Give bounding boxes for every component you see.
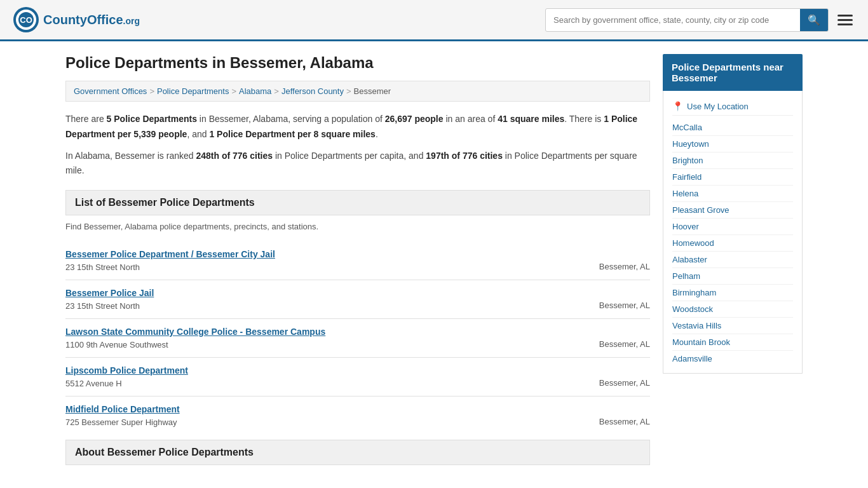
sidebar-city-7[interactable]: Homewood — [672, 235, 793, 252]
sidebar-content: 📍 Use My Location McCallaHueytownBrighto… — [663, 91, 803, 374]
dept-location-3: Bessemer, AL — [587, 365, 650, 388]
sidebar-city-8[interactable]: Alabaster — [672, 252, 793, 268]
sidebar-city-2[interactable]: Brighton — [672, 152, 793, 169]
sidebar-city-3[interactable]: Fairfield — [672, 169, 793, 186]
dept-address-2: 1100 9th Avenue Southwest — [65, 340, 168, 349]
dept-info-0: Bessemer Police Department / Bessemer Ci… — [65, 249, 275, 272]
main-container: Police Departments in Bessemer, Alabama … — [53, 41, 815, 484]
sidebar-city-12[interactable]: Vestavia Hills — [672, 318, 793, 334]
menu-button[interactable] — [835, 12, 855, 28]
search-button[interactable]: 🔍 — [800, 9, 828, 31]
list-section-desc: Find Bessemer, Alabama police department… — [65, 222, 650, 231]
dept-name-link-1[interactable]: Bessemer Police Jail — [65, 288, 154, 298]
dept-address-4: 725 Bessemer Super Highway — [65, 417, 177, 427]
breadcrumb-link-3[interactable]: Alabama — [239, 86, 271, 96]
site-logo-icon: CO — [13, 6, 39, 33]
dept-name-link-2[interactable]: Lawson State Community College Police - … — [65, 327, 325, 337]
search-input[interactable] — [546, 10, 800, 30]
dept-info-3: Lipscomb Police Department 5512 Avenue H — [65, 365, 188, 388]
table-row: Midfield Police Department 725 Bessemer … — [65, 396, 650, 435]
sidebar-header: Police Departments near Bessemer — [663, 54, 803, 91]
svg-text:CO: CO — [20, 15, 32, 25]
info-paragraph-1: There are 5 Police Departments in Bessem… — [65, 112, 650, 142]
menu-line-3 — [837, 24, 853, 25]
location-pin-icon: 📍 — [672, 101, 683, 111]
dept-location-1: Bessemer, AL — [587, 288, 650, 310]
dept-name-link-0[interactable]: Bessemer Police Department / Bessemer Ci… — [65, 249, 275, 259]
menu-line-2 — [837, 19, 853, 21]
breadcrumb-link-1[interactable]: Government Offices — [74, 86, 147, 96]
logo-text: CountyOffice.org — [43, 13, 140, 27]
sidebar-city-6[interactable]: Hoover — [672, 219, 793, 235]
dept-name-link-4[interactable]: Midfield Police Department — [65, 404, 180, 414]
breadcrumb-current: Bessemer — [354, 86, 391, 96]
sidebar-city-0[interactable]: McCalla — [672, 119, 793, 136]
sidebar-city-9[interactable]: Pelham — [672, 268, 793, 285]
breadcrumb-sep-2: > — [231, 86, 236, 96]
table-row: Lawson State Community College Police - … — [65, 319, 650, 358]
site-header: CO CountyOffice.org 🔍 — [0, 0, 868, 41]
logo-area: CO CountyOffice.org — [13, 6, 140, 33]
dept-name-link-3[interactable]: Lipscomb Police Department — [65, 365, 188, 376]
dept-location-4: Bessemer, AL — [587, 404, 650, 426]
breadcrumb-link-4[interactable]: Jefferson County — [281, 86, 344, 96]
sidebar-city-1[interactable]: Hueytown — [672, 136, 793, 152]
breadcrumb-sep-3: > — [274, 86, 279, 96]
menu-line-1 — [837, 15, 853, 17]
sidebar-city-13[interactable]: Mountain Brook — [672, 334, 793, 351]
breadcrumb-link-2[interactable]: Police Departments — [157, 86, 229, 96]
breadcrumb-sep-1: > — [149, 86, 154, 96]
sidebar-city-4[interactable]: Helena — [672, 186, 793, 202]
dept-address-1: 23 15th Street North — [65, 301, 140, 311]
info-paragraph-2: In Alabama, Bessemer is ranked 248th of … — [65, 149, 650, 179]
dept-location-2: Bessemer, AL — [587, 327, 650, 349]
sidebar-city-11[interactable]: Woodstock — [672, 301, 793, 318]
dept-address-3: 5512 Avenue H — [65, 379, 122, 388]
dept-info-2: Lawson State Community College Police - … — [65, 327, 325, 349]
content-area: Police Departments in Bessemer, Alabama … — [65, 54, 650, 471]
search-bar: 🔍 — [545, 8, 829, 32]
breadcrumb-sep-4: > — [346, 86, 351, 96]
dept-address-0: 23 15th Street North — [65, 262, 140, 272]
dept-info-4: Midfield Police Department 725 Bessemer … — [65, 404, 180, 427]
dept-location-0: Bessemer, AL — [587, 249, 650, 271]
nearby-city-list: McCallaHueytownBrightonFairfieldHelenaPl… — [672, 119, 793, 367]
table-row: Bessemer Police Department / Bessemer Ci… — [65, 241, 650, 280]
use-my-location-link[interactable]: 📍 Use My Location — [672, 97, 793, 116]
sidebar: Police Departments near Bessemer 📍 Use M… — [663, 54, 803, 471]
table-row: Bessemer Police Jail 23 15th Street Nort… — [65, 280, 650, 319]
page-title: Police Departments in Bessemer, Alabama — [65, 54, 650, 72]
breadcrumb: Government Offices > Police Departments … — [65, 81, 650, 102]
sidebar-city-10[interactable]: Birmingham — [672, 285, 793, 301]
department-list: Bessemer Police Department / Bessemer Ci… — [65, 241, 650, 435]
dept-info-1: Bessemer Police Jail 23 15th Street Nort… — [65, 288, 154, 311]
header-right: 🔍 — [545, 8, 855, 32]
table-row: Lipscomb Police Department 5512 Avenue H… — [65, 358, 650, 396]
sidebar-city-5[interactable]: Pleasant Grove — [672, 202, 793, 219]
sidebar-city-14[interactable]: Adamsville — [672, 351, 793, 367]
about-section-header: About Bessemer Police Departments — [65, 440, 650, 465]
list-section-header: List of Bessemer Police Departments — [65, 190, 650, 215]
